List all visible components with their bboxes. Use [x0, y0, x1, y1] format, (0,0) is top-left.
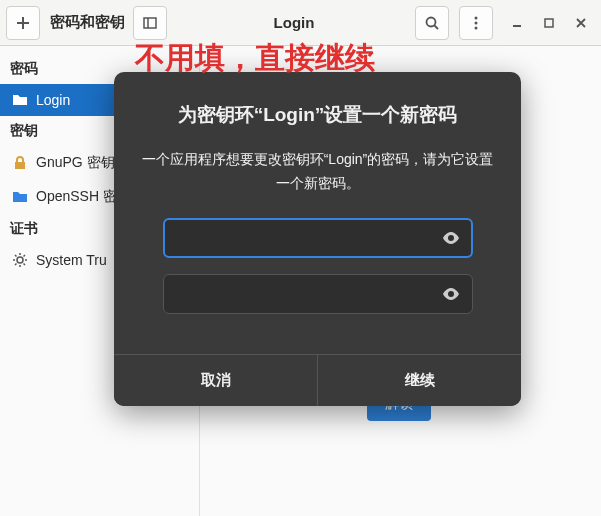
- cancel-button[interactable]: 取消: [114, 355, 318, 406]
- continue-button[interactable]: 继续: [318, 355, 521, 406]
- modal-title: 为密钥环“Login”设置一个新密码: [138, 102, 497, 128]
- toggle-visibility-button[interactable]: [437, 224, 465, 252]
- new-password-input[interactable]: [163, 218, 473, 258]
- eye-icon: [441, 228, 461, 248]
- confirm-password-input[interactable]: [163, 274, 473, 314]
- modal-description: 一个应用程序想要更改密钥环“Login”的密码，请为它设置一个新密码。: [138, 148, 497, 196]
- eye-icon: [441, 284, 461, 304]
- annotation-text: 不用填，直接继续: [135, 38, 375, 79]
- password-modal: 为密钥环“Login”设置一个新密码 一个应用程序想要更改密钥环“Login”的…: [114, 72, 521, 406]
- toggle-visibility-button[interactable]: [437, 280, 465, 308]
